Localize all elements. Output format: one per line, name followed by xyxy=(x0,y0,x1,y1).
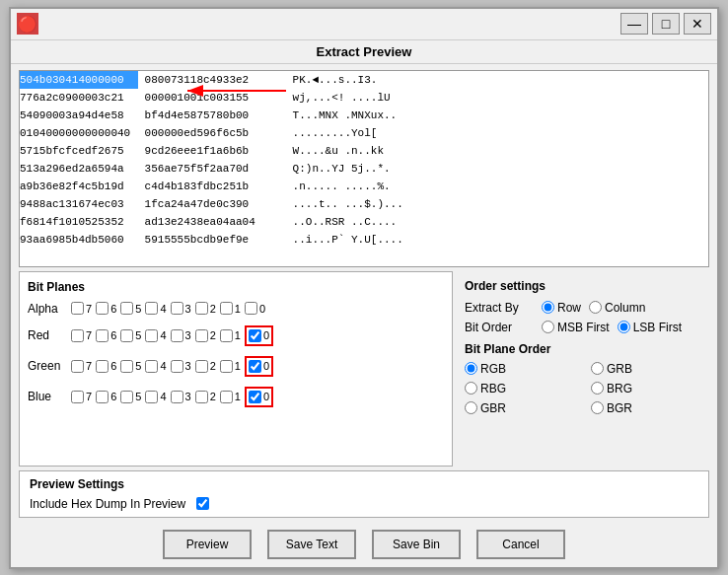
green-bit0[interactable]: 0 xyxy=(249,360,269,373)
red-bit4-input[interactable] xyxy=(145,329,158,342)
green-bit5[interactable]: 5 xyxy=(120,360,141,373)
hex-ascii-2: T...MNX .MNXux.. xyxy=(286,107,397,124)
green-bit6-input[interactable] xyxy=(96,360,109,373)
blue-bit5-input[interactable] xyxy=(120,391,133,403)
blue-bit3[interactable]: 3 xyxy=(171,391,191,403)
red-bit3[interactable]: 3 xyxy=(171,329,191,342)
lsb-first-option[interactable]: LSB First xyxy=(618,321,682,334)
alpha-bit5-input[interactable] xyxy=(120,302,133,315)
blue-bit7[interactable]: 7 xyxy=(71,391,92,403)
order-bgr-radio[interactable] xyxy=(591,401,604,414)
red-bit4[interactable]: 4 xyxy=(145,329,166,342)
red-bit0-input[interactable] xyxy=(249,329,261,342)
red-bit5-input[interactable] xyxy=(120,329,133,342)
green-bit2-input[interactable] xyxy=(195,360,208,373)
green-bit6[interactable]: 6 xyxy=(96,360,116,373)
alpha-bit1[interactable]: 1 xyxy=(220,302,241,315)
green-bit4-input[interactable] xyxy=(145,360,158,373)
hex-bytes-0: 080073118c4933e2 xyxy=(138,71,286,89)
cancel-button[interactable]: Cancel xyxy=(476,530,565,559)
order-rgb-option[interactable]: RGB xyxy=(465,362,571,376)
msb-first-option[interactable]: MSB First xyxy=(542,321,610,334)
blue-bit4-input[interactable] xyxy=(145,391,158,403)
order-rbg-option[interactable]: RBG xyxy=(465,382,571,395)
blue-bit4[interactable]: 4 xyxy=(145,391,166,403)
red-bit2-input[interactable] xyxy=(195,329,208,342)
alpha-bit3[interactable]: 3 xyxy=(171,302,191,315)
preview-area[interactable]: 504b030414000000 080073118c4933e2 PK.◄..… xyxy=(19,70,709,267)
blue-bit0[interactable]: 0 xyxy=(249,391,269,403)
extract-by-row-radio[interactable] xyxy=(542,301,554,314)
order-rbg-radio[interactable] xyxy=(465,382,477,395)
red-bit1[interactable]: 1 xyxy=(220,329,241,342)
msb-first-radio[interactable] xyxy=(542,321,554,333)
green-bit1-input[interactable] xyxy=(220,360,233,373)
green-bit2[interactable]: 2 xyxy=(195,360,216,373)
blue-bit2[interactable]: 2 xyxy=(195,391,216,403)
green-bit5-input[interactable] xyxy=(120,360,133,373)
preview-button[interactable]: Preview xyxy=(163,530,252,559)
red-bit2[interactable]: 2 xyxy=(195,329,216,342)
blue-bit2-input[interactable] xyxy=(195,391,208,403)
order-grb-option[interactable]: GRB xyxy=(591,362,697,376)
preview-row-1: 776a2c0900003c21 000001001c003155 wj,...… xyxy=(20,89,708,107)
green-bit0-input[interactable] xyxy=(249,360,261,373)
alpha-bit6-input[interactable] xyxy=(96,302,109,315)
order-grb-radio[interactable] xyxy=(591,362,604,375)
blue-bit6[interactable]: 6 xyxy=(96,391,116,403)
order-brg-radio[interactable] xyxy=(591,382,604,395)
green-bit4[interactable]: 4 xyxy=(145,360,166,373)
green-bit7-input[interactable] xyxy=(71,360,84,373)
blue-bit1[interactable]: 1 xyxy=(220,391,241,403)
blue-bit6-input[interactable] xyxy=(96,391,109,403)
blue-bit5[interactable]: 5 xyxy=(120,391,141,403)
alpha-bit7-input[interactable] xyxy=(71,302,84,315)
blue-bit7-input[interactable] xyxy=(71,391,84,403)
blue-bit0-input[interactable] xyxy=(249,391,261,403)
app-icon: 🔴 xyxy=(17,13,38,35)
alpha-bit5[interactable]: 5 xyxy=(120,302,141,315)
preview-row-0: 504b030414000000 080073118c4933e2 PK.◄..… xyxy=(20,71,708,89)
blue-bit1-input[interactable] xyxy=(220,391,233,403)
order-bgr-option[interactable]: BGR xyxy=(591,401,697,415)
hex-dump-checkbox[interactable] xyxy=(196,497,209,510)
alpha-bit0[interactable]: 0 xyxy=(245,302,265,315)
alpha-bit0-input[interactable] xyxy=(245,302,257,315)
alpha-bit4[interactable]: 4 xyxy=(145,302,166,315)
minimize-button[interactable]: — xyxy=(620,13,648,35)
red-bit7[interactable]: 7 xyxy=(71,329,92,342)
save-bin-button[interactable]: Save Bin xyxy=(372,530,461,559)
red-bit6-input[interactable] xyxy=(96,329,109,342)
alpha-bit1-input[interactable] xyxy=(220,302,233,315)
alpha-bit6[interactable]: 6 xyxy=(96,302,116,315)
order-gbr-radio[interactable] xyxy=(465,401,477,414)
alpha-bit2[interactable]: 2 xyxy=(195,302,216,315)
green-bit3[interactable]: 3 xyxy=(171,360,191,373)
red-bit1-input[interactable] xyxy=(220,329,233,342)
alpha-bit7[interactable]: 7 xyxy=(71,302,92,315)
alpha-bit3-input[interactable] xyxy=(171,302,183,315)
extract-by-col-option[interactable]: Column xyxy=(589,301,645,315)
order-brg-option[interactable]: BRG xyxy=(591,382,697,395)
green-bit7[interactable]: 7 xyxy=(71,360,92,373)
save-text-button[interactable]: Save Text xyxy=(267,530,356,559)
order-rgb-radio[interactable] xyxy=(465,362,477,375)
red-bit7-input[interactable] xyxy=(71,329,84,342)
red-bit5[interactable]: 5 xyxy=(120,329,141,342)
close-button[interactable]: ✕ xyxy=(684,13,711,35)
hex-addr-9: 93aa6985b4db5060 xyxy=(20,231,138,249)
blue-bit3-input[interactable] xyxy=(171,391,183,403)
lsb-first-radio[interactable] xyxy=(618,321,630,333)
red-bit6[interactable]: 6 xyxy=(96,329,116,342)
green-bit1[interactable]: 1 xyxy=(220,360,241,373)
extract-by-col-radio[interactable] xyxy=(589,301,602,314)
green-bit3-input[interactable] xyxy=(171,360,183,373)
hex-dump-label[interactable]: Include Hex Dump In Preview xyxy=(30,497,209,511)
red-bit0[interactable]: 0 xyxy=(249,329,269,342)
alpha-bit2-input[interactable] xyxy=(195,302,208,315)
order-gbr-option[interactable]: GBR xyxy=(465,401,571,415)
extract-by-row-option[interactable]: Row xyxy=(542,301,581,315)
red-bit3-input[interactable] xyxy=(171,329,183,342)
alpha-bit4-input[interactable] xyxy=(145,302,158,315)
maximize-button[interactable]: □ xyxy=(652,13,680,35)
